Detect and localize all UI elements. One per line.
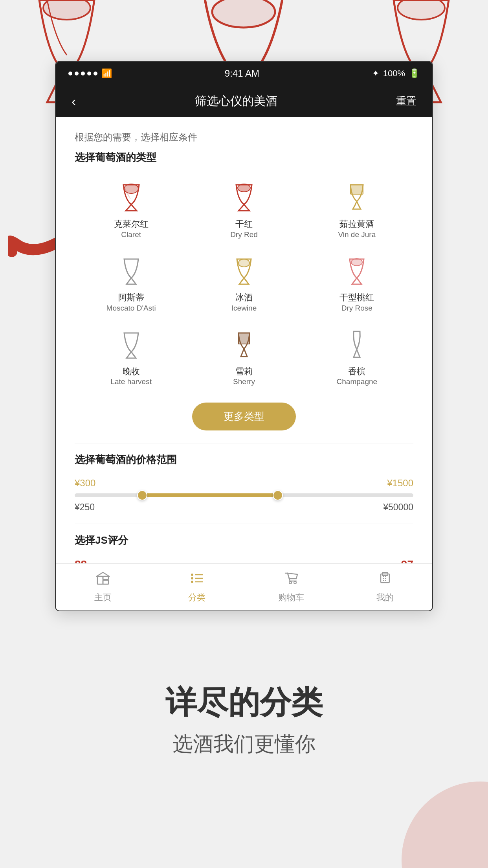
price-range-labels: ¥300 ¥1500: [75, 478, 413, 489]
nav-bar: ‹ 筛选心仪的美酒 重置: [56, 85, 432, 117]
svg-rect-6: [350, 185, 363, 194]
icewine-en: Icewine: [231, 303, 257, 313]
bluetooth-icon: ✦: [372, 68, 379, 79]
price-min-label: ¥300: [75, 478, 95, 489]
mine-icon: [378, 571, 393, 589]
cart-icon: [284, 571, 299, 589]
tab-home-label: 主页: [94, 592, 112, 603]
svg-point-13: [191, 574, 193, 576]
home-icon: [95, 571, 110, 589]
dry-red-en: Dry Red: [230, 230, 258, 240]
svg-rect-11: [103, 576, 108, 579]
dry-red-zh: 干红: [235, 219, 253, 230]
svg-point-20: [294, 581, 296, 584]
tab-cart-label: 购物车: [278, 592, 304, 603]
rose-zh: 干型桃红: [339, 292, 374, 303]
tab-category[interactable]: 分类: [150, 571, 244, 603]
svg-rect-9: [238, 333, 250, 344]
signal-dots: [68, 72, 97, 75]
vin-jura-icon: [343, 180, 371, 215]
wifi-icon: 📶: [101, 68, 112, 79]
claret-en: Claret: [121, 230, 141, 240]
late-harvest-icon: [117, 327, 145, 363]
back-button[interactable]: ‹: [72, 94, 76, 109]
svg-point-0: [43, 0, 90, 20]
vin-jura-zh: 茹拉黄酒: [339, 219, 374, 230]
svg-rect-12: [103, 580, 108, 584]
status-left: 📶: [68, 68, 112, 79]
wine-type-claret[interactable]: 克莱尔红 Claret: [75, 175, 187, 244]
type-section-title: 选择葡萄酒的类型: [75, 151, 413, 164]
tab-home[interactable]: 主页: [56, 571, 150, 603]
svg-point-15: [191, 577, 193, 579]
wine-type-sherry[interactable]: 雪莉 Sherry: [187, 323, 300, 392]
more-types-wrap: 更多类型: [75, 403, 413, 430]
price-min-max: ¥250 ¥50000: [75, 502, 413, 513]
svg-point-8: [351, 259, 362, 266]
sherry-zh: 雪莉: [235, 366, 253, 377]
page-title: 筛选心仪的美酒: [195, 93, 277, 109]
icewine-icon: [230, 254, 258, 289]
filter-desc: 根据您的需要，选择相应条件: [75, 131, 413, 143]
price-slider-fill: [142, 493, 278, 497]
content-area: 根据您的需要，选择相应条件 选择葡萄酒的类型 克莱尔红 Claret: [56, 117, 432, 603]
bottom-text-area: 详尽的分类 选酒我们更懂你: [0, 682, 488, 758]
more-types-button[interactable]: 更多类型: [192, 403, 296, 430]
price-slider-thumb-right[interactable]: [273, 490, 283, 500]
claret-zh: 克莱尔红: [114, 219, 149, 230]
wine-type-icewine[interactable]: 冰酒 Icewine: [187, 249, 300, 318]
wine-type-champagne[interactable]: 香槟 Champagne: [301, 323, 413, 392]
price-slider-thumb-left[interactable]: [137, 490, 147, 500]
price-max-label: ¥1500: [387, 478, 413, 489]
svg-point-7: [238, 259, 250, 267]
tab-category-label: 分类: [188, 592, 205, 603]
svg-point-19: [289, 581, 292, 584]
champagne-en: Champagne: [337, 377, 378, 387]
vin-jura-en: Vin de Jura: [338, 230, 376, 240]
dry-red-icon: [230, 180, 258, 215]
late-harvest-zh: 晚收: [123, 366, 140, 377]
tab-cart[interactable]: 购物车: [244, 571, 338, 603]
svg-point-5: [238, 184, 250, 192]
icewine-zh: 冰酒: [235, 292, 253, 303]
wine-type-late-harvest[interactable]: 晚收 Late harvest: [75, 323, 187, 392]
svg-point-3: [402, 782, 488, 868]
category-icon: [189, 571, 204, 589]
sherry-icon: [230, 327, 258, 363]
svg-point-1: [212, 0, 275, 28]
price-absolute-max: ¥50000: [383, 502, 413, 513]
moscato-icon: [117, 254, 145, 289]
divider-2: [75, 524, 413, 524]
tab-mine-label: 我的: [376, 592, 394, 603]
price-slider-track[interactable]: [75, 493, 413, 497]
claret-icon: [117, 180, 145, 215]
svg-point-17: [191, 581, 193, 583]
tab-bar: 主页 分类: [56, 563, 432, 611]
divider-1: [75, 443, 413, 443]
wine-type-dry-red[interactable]: 干红 Dry Red: [187, 175, 300, 244]
price-section-title: 选择葡萄酒的价格范围: [75, 453, 413, 467]
rose-icon: [343, 254, 371, 289]
tab-mine[interactable]: 我的: [338, 571, 433, 603]
price-range-section: 选择葡萄酒的价格范围 ¥300 ¥1500 ¥250 ¥50000: [75, 453, 413, 513]
late-harvest-en: Late harvest: [110, 377, 152, 387]
price-absolute-min: ¥250: [75, 502, 95, 513]
moscato-zh: 阿斯蒂: [118, 292, 144, 303]
rose-en: Dry Rose: [341, 303, 372, 313]
wine-type-moscato[interactable]: 阿斯蒂 Moscato D'Asti: [75, 249, 187, 318]
status-right: ✦ 100% 🔋: [372, 68, 420, 79]
bottom-subtitle: 选酒我们更懂你: [0, 730, 488, 758]
score-section-title: 选择JS评分: [75, 533, 413, 547]
battery-icon: 🔋: [409, 68, 420, 79]
battery-label: 100%: [383, 68, 405, 79]
bottom-title: 详尽的分类: [0, 682, 488, 724]
wine-type-rose[interactable]: 干型桃红 Dry Rose: [301, 249, 413, 318]
svg-point-2: [398, 0, 445, 20]
moscato-en: Moscato D'Asti: [106, 303, 156, 313]
phone-frame: 📶 9:41 AM ✦ 100% 🔋 ‹ 筛选心仪的美酒 重置 根据您的需要，选…: [55, 61, 433, 611]
status-bar: 📶 9:41 AM ✦ 100% 🔋: [56, 62, 432, 85]
reset-button[interactable]: 重置: [396, 94, 416, 108]
wine-type-vin-jura[interactable]: 茹拉黄酒 Vin de Jura: [301, 175, 413, 244]
sherry-en: Sherry: [233, 377, 255, 387]
champagne-icon: [343, 327, 371, 363]
